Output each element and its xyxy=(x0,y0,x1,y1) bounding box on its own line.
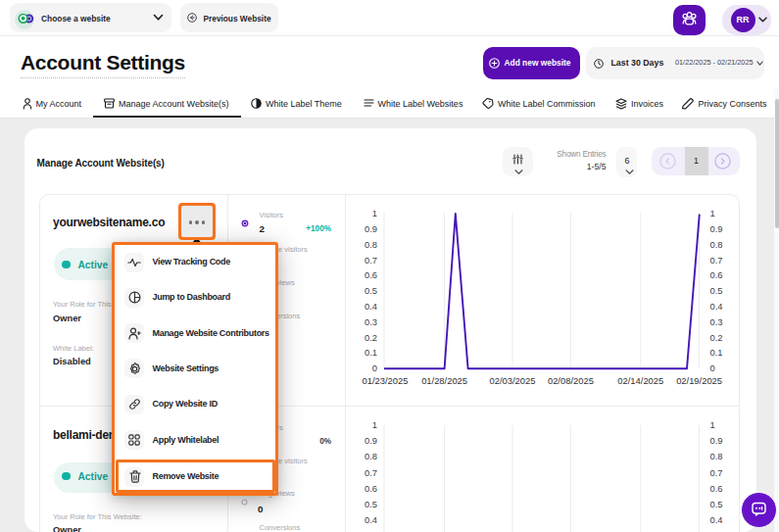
svg-text:0.9: 0.9 xyxy=(365,435,377,446)
svg-text:0.5: 0.5 xyxy=(365,499,377,509)
svg-text:0: 0 xyxy=(372,363,377,373)
svg-text:02/08/2025: 02/08/2025 xyxy=(548,375,594,386)
svg-text:0.4: 0.4 xyxy=(365,514,377,525)
svg-text:0.5: 0.5 xyxy=(365,285,377,296)
svg-text:0: 0 xyxy=(710,363,715,373)
svg-text:1: 1 xyxy=(710,208,715,218)
svg-text:0.9: 0.9 xyxy=(710,223,723,234)
svg-text:0.7: 0.7 xyxy=(710,255,723,266)
svg-text:0.4: 0.4 xyxy=(710,301,723,312)
svg-text:0.7: 0.7 xyxy=(365,467,377,478)
svg-text:02/03/2025: 02/03/2025 xyxy=(490,375,536,386)
svg-text:1: 1 xyxy=(372,208,377,218)
svg-text:0.8: 0.8 xyxy=(710,239,723,250)
svg-text:0.8: 0.8 xyxy=(365,451,377,461)
svg-text:01/28/2025: 01/28/2025 xyxy=(421,375,467,386)
svg-text:0.1: 0.1 xyxy=(365,347,377,358)
svg-text:0.9: 0.9 xyxy=(710,435,723,446)
svg-text:01/23/2025: 01/23/2025 xyxy=(363,375,409,386)
svg-text:0.5: 0.5 xyxy=(710,285,723,296)
svg-text:02/14/2025: 02/14/2025 xyxy=(617,375,663,386)
svg-text:0.8: 0.8 xyxy=(710,451,723,461)
svg-text:1: 1 xyxy=(372,419,377,430)
svg-text:02/19/2025: 02/19/2025 xyxy=(676,375,722,386)
svg-text:0.4: 0.4 xyxy=(365,301,377,312)
svg-text:0.7: 0.7 xyxy=(365,255,377,266)
svg-text:0.2: 0.2 xyxy=(365,332,377,343)
svg-text:0.6: 0.6 xyxy=(710,483,723,494)
svg-text:0.6: 0.6 xyxy=(365,483,377,494)
svg-text:0.3: 0.3 xyxy=(365,316,377,327)
svg-text:0.2: 0.2 xyxy=(710,332,723,343)
svg-text:0.6: 0.6 xyxy=(710,269,723,280)
svg-text:0.6: 0.6 xyxy=(365,269,377,280)
svg-text:0.7: 0.7 xyxy=(710,467,723,478)
svg-text:1: 1 xyxy=(710,419,715,430)
svg-text:0.9: 0.9 xyxy=(365,223,377,234)
svg-text:0.1: 0.1 xyxy=(710,347,723,358)
svg-text:0.4: 0.4 xyxy=(710,514,723,525)
svg-text:0.3: 0.3 xyxy=(710,316,723,327)
svg-text:0.5: 0.5 xyxy=(710,499,723,509)
svg-text:0.8: 0.8 xyxy=(365,239,377,250)
